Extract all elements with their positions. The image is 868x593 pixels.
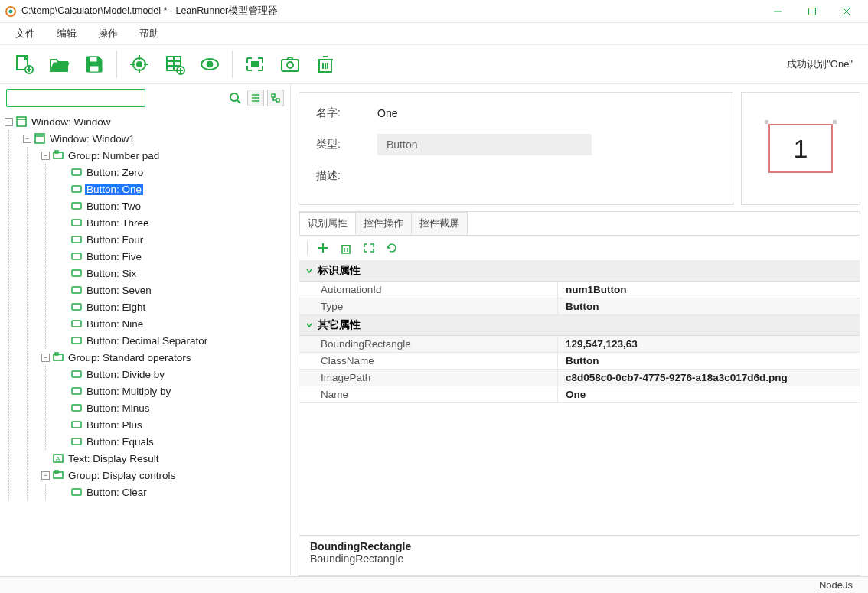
tree-item[interactable]: Button: Equals (85, 436, 155, 448)
svg-point-13 (137, 62, 142, 67)
tree-item[interactable]: Button: Plus (85, 419, 144, 431)
tree-item[interactable]: Button: Decimal Separator (85, 335, 209, 347)
property-grid[interactable]: 标识属性 AutomationIdnum1Button TypeButton 其… (299, 261, 860, 535)
inspect-form: 名字: One 类型: Button 描述: (299, 92, 733, 205)
tree-item[interactable]: Button: Three (85, 217, 151, 229)
group-icon (53, 150, 64, 161)
tab-control-screenshot[interactable]: 控件截屏 (411, 212, 468, 235)
tree-item[interactable]: Button: Six (85, 268, 138, 279)
tree-toggle[interactable]: − (5, 118, 13, 126)
desc-label: 描述: (316, 169, 353, 183)
chevron-down-icon (305, 320, 313, 331)
main-toolbar: 成功识别"One" (0, 44, 868, 84)
menu-edit[interactable]: 编辑 (49, 24, 84, 43)
svg-rect-66 (72, 438, 81, 445)
tree-item[interactable]: Button: Minus (85, 402, 152, 414)
list-view-button[interactable] (247, 90, 264, 106)
tree-item[interactable]: Button: Two (85, 200, 142, 212)
delete-button[interactable] (312, 51, 338, 77)
tab-control-ops[interactable]: 控件操作 (355, 212, 412, 235)
svg-rect-43 (17, 117, 26, 126)
minimize-button[interactable] (760, 0, 795, 23)
add-data-button[interactable] (162, 51, 188, 77)
tree-item[interactable]: Text: Display Result (67, 453, 161, 464)
button-icon (71, 251, 82, 262)
refresh-button[interactable] (384, 240, 400, 256)
button-icon (71, 184, 82, 194)
prop-row[interactable]: BoundingRectangle129,547,123,63 (299, 336, 860, 353)
highlight-button[interactable] (242, 51, 268, 77)
save-button[interactable] (81, 51, 107, 77)
button-icon (71, 487, 82, 497)
tree-toggle[interactable]: − (23, 135, 31, 143)
tree-view-button[interactable] (267, 90, 284, 106)
tree-item[interactable]: Button: Four (85, 234, 145, 246)
window-icon (16, 116, 27, 127)
prop-group[interactable]: 标识属性 (299, 261, 860, 282)
tree-item[interactable]: Button: Eight (85, 301, 147, 313)
menu-operate[interactable]: 操作 (90, 24, 126, 43)
prop-row[interactable]: AutomationIdnum1Button (299, 282, 860, 298)
tree-item[interactable]: Button: Divide by (85, 369, 166, 380)
tree-item[interactable]: Button: Clear (85, 487, 148, 498)
prop-row[interactable]: TypeButton (299, 298, 860, 315)
new-file-button[interactable] (11, 51, 37, 77)
tree-item[interactable]: Group: Standard operators (67, 352, 193, 363)
tree-item[interactable]: Button: Five (85, 251, 143, 262)
svg-rect-62 (72, 371, 81, 377)
eye-button[interactable] (197, 51, 223, 77)
close-button[interactable] (829, 0, 863, 23)
button-icon (71, 436, 82, 447)
prop-row[interactable]: ImagePathc8d058c0-0cb7-4775-9276-a18a3c0… (299, 370, 860, 386)
svg-rect-71 (72, 489, 81, 495)
add-prop-button[interactable] (315, 240, 331, 256)
delete-prop-button[interactable] (338, 240, 354, 256)
tree-item-selected[interactable]: Button: One (85, 184, 143, 195)
desc-title: BoundingRectangle (310, 540, 849, 552)
svg-point-29 (287, 62, 293, 68)
tree-item[interactable]: Button: Seven (85, 285, 153, 296)
open-file-button[interactable] (46, 51, 72, 77)
tab-ident-props[interactable]: 识别属性 (299, 212, 356, 235)
status-runtime: NodeJs (819, 579, 853, 591)
button-icon (71, 369, 82, 380)
tree-toggle[interactable]: − (41, 354, 50, 362)
desc-body: BoundingRectangle (310, 552, 849, 565)
menu-file[interactable]: 文件 (8, 24, 43, 43)
property-description: BoundingRectangle BoundingRectangle (299, 535, 860, 575)
tree-item[interactable]: Window: Window1 (48, 133, 136, 145)
tree-item[interactable]: Button: Multiply by (85, 386, 172, 397)
svg-rect-65 (72, 422, 81, 428)
tree-toggle[interactable]: − (41, 152, 50, 160)
button-icon (71, 200, 82, 211)
tree-item[interactable]: Group: Number pad (67, 150, 161, 161)
object-tree[interactable]: − Window: Window − Window: Window1 (0, 110, 290, 576)
highlight-prop-button[interactable] (361, 240, 377, 256)
button-icon (71, 167, 82, 178)
svg-rect-55 (72, 270, 81, 276)
svg-rect-74 (342, 246, 350, 253)
svg-line-37 (237, 100, 240, 103)
menu-help[interactable]: 帮助 (132, 24, 167, 43)
prop-row[interactable]: ClassNameButton (299, 353, 860, 370)
tree-item[interactable]: Window: Window (30, 116, 113, 128)
tree-item[interactable]: Button: Nine (85, 318, 145, 330)
tree-item[interactable]: Group: Display controls (67, 470, 177, 481)
tree-toggle[interactable]: − (41, 471, 50, 480)
button-icon (71, 301, 82, 312)
svg-rect-42 (276, 99, 279, 102)
button-icon (71, 419, 82, 430)
svg-point-1 (9, 10, 12, 13)
button-icon (71, 285, 82, 295)
maximize-button[interactable] (795, 0, 829, 23)
camera-button[interactable] (277, 51, 303, 77)
tree-item[interactable]: Button: Zero (85, 167, 145, 178)
target-button[interactable] (126, 51, 152, 77)
svg-rect-10 (90, 57, 97, 62)
search-input[interactable] (6, 89, 145, 107)
prop-group[interactable]: 其它属性 (299, 315, 860, 336)
search-icon[interactable] (229, 92, 241, 106)
button-icon (71, 234, 82, 245)
name-value: One (377, 107, 397, 119)
prop-row[interactable]: NameOne (299, 386, 860, 403)
